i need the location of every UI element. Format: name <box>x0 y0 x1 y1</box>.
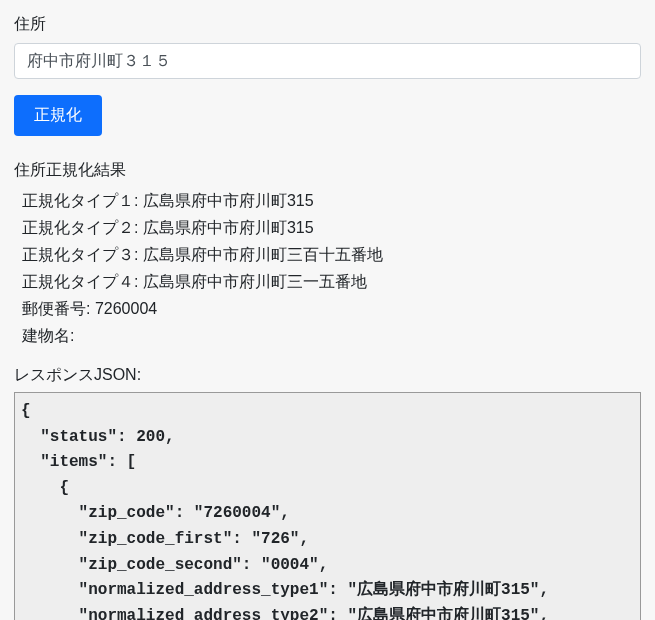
result-label: 正規化タイプ２: <box>22 219 143 236</box>
result-label: 正規化タイプ４: <box>22 273 143 290</box>
result-label: 郵便番号: <box>22 300 95 317</box>
result-line: 正規化タイプ１: 広島県府中市府川町315 <box>14 191 641 212</box>
result-label: 正規化タイプ１: <box>22 192 143 209</box>
result-value: 7260004 <box>95 300 157 317</box>
json-output[interactable]: { "status": 200, "items": [ { "zip_code"… <box>14 392 641 620</box>
result-line: 郵便番号: 7260004 <box>14 299 641 320</box>
result-line: 正規化タイプ３: 広島県府中市府川町三百十五番地 <box>14 245 641 266</box>
result-value: 広島県府中市府川町三一五番地 <box>143 273 367 290</box>
result-line: 正規化タイプ２: 広島県府中市府川町315 <box>14 218 641 239</box>
result-line: 正規化タイプ４: 広島県府中市府川町三一五番地 <box>14 272 641 293</box>
result-value: 広島県府中市府川町三百十五番地 <box>143 246 383 263</box>
result-line: 建物名: <box>14 326 641 347</box>
result-value: 広島県府中市府川町315 <box>143 219 314 236</box>
result-label: 建物名: <box>22 327 74 344</box>
json-label: レスポンスJSON: <box>14 365 641 386</box>
results-title: 住所正規化結果 <box>14 160 641 181</box>
address-label: 住所 <box>14 14 641 35</box>
result-value: 広島県府中市府川町315 <box>143 192 314 209</box>
normalize-button[interactable]: 正規化 <box>14 95 102 136</box>
address-input[interactable] <box>14 43 641 79</box>
result-label: 正規化タイプ３: <box>22 246 143 263</box>
